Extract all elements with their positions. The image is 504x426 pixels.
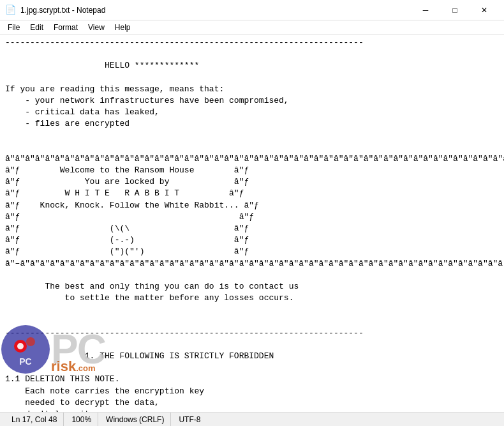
menu-edit[interactable]: Edit — [25, 22, 48, 33]
cursor-position: Ln 17, Col 48 — [5, 413, 64, 426]
window-title: 1.jpg.scrypt.txt - Notepad — [20, 6, 105, 15]
minimize-button[interactable]: ─ — [411, 0, 440, 20]
title-bar: 📄 1.jpg.scrypt.txt - Notepad ─ □ ✕ — [0, 0, 504, 20]
menu-format[interactable]: Format — [48, 22, 83, 33]
menu-file[interactable]: File — [3, 22, 25, 33]
editor-container: ----------------------------------------… — [0, 34, 504, 412]
encoding: UTF-8 — [172, 413, 207, 426]
maximize-button[interactable]: □ — [440, 0, 470, 20]
line-ending: Windows (CRLF) — [100, 413, 171, 426]
window-controls: ─ □ ✕ — [411, 0, 499, 20]
zoom-level: 100% — [65, 413, 98, 426]
menu-view[interactable]: View — [83, 22, 110, 33]
status-bar: Ln 17, Col 48 100% Windows (CRLF) UTF-8 — [0, 412, 504, 426]
menu-help[interactable]: Help — [110, 22, 136, 33]
close-button[interactable]: ✕ — [470, 0, 499, 20]
menu-bar: File Edit Format View Help — [0, 20, 504, 34]
title-bar-left: 📄 1.jpg.scrypt.txt - Notepad — [5, 5, 105, 15]
app-icon: 📄 — [5, 5, 15, 15]
text-editor[interactable]: ----------------------------------------… — [0, 34, 504, 412]
